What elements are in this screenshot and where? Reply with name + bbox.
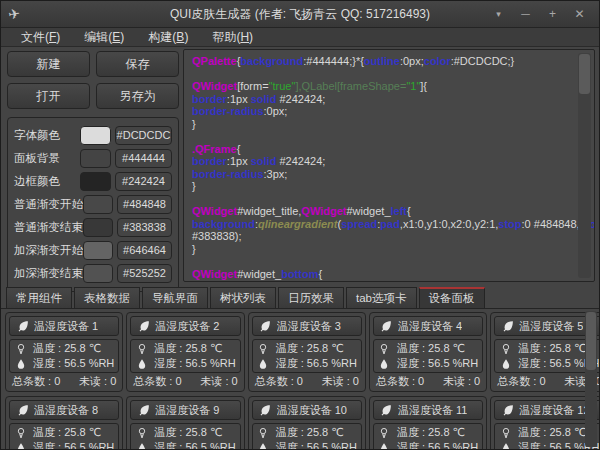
device-card: 温湿度设备 2温度 : 25.8 ℃湿度 : 56.5 %RH总条数 : 0未读… xyxy=(126,312,244,392)
device-card-header[interactable]: 温湿度设备 12 xyxy=(494,400,599,420)
humidity-text: 湿度 : 56.5 %RH xyxy=(154,356,235,371)
tab-bar: 常用组件表格数据导航界面树状列表日历效果tab选项卡设备面板 xyxy=(6,287,485,308)
device-card-header[interactable]: 温湿度设备 8 xyxy=(9,400,119,420)
tab-导航界面[interactable]: 导航界面 xyxy=(142,287,208,308)
device-card-header[interactable]: 温湿度设备 9 xyxy=(130,400,240,420)
code-line: QPalette{background:#444444;}*{outline:0… xyxy=(192,55,574,68)
humidity-text: 湿度 : 56.5 %RH xyxy=(154,440,235,449)
leaf-icon xyxy=(501,404,514,417)
code-token: border xyxy=(192,93,227,105)
close-icon[interactable]: ✕ xyxy=(566,3,593,25)
tab-表格数据[interactable]: 表格数据 xyxy=(74,287,140,308)
tab-设备面板[interactable]: 设备面板 xyxy=(419,287,485,308)
humidity-text: 湿度 : 56.5 %RH xyxy=(33,440,114,449)
toolbar: 新建 保存 打开 另存为 xyxy=(7,51,179,109)
color-swatch-button[interactable] xyxy=(83,264,113,283)
color-hex-field[interactable]: #383838 xyxy=(117,218,172,237)
total-count-text: 总条数 : 0 xyxy=(255,374,303,389)
temperature-text: 温度 : 25.8 ℃ xyxy=(397,425,465,440)
device-title: 温湿度设备 3 xyxy=(277,319,341,334)
sensor-box: 温度 : 25.8 ℃湿度 : 56.5 %RH xyxy=(130,423,240,449)
code-token: #242424; xyxy=(276,93,325,105)
menu-item-b[interactable]: 构建(B) xyxy=(136,28,200,47)
device-card: 温湿度设备 5温度 : 25.8 ℃湿度 : 56.5 %RH总条数 : 0未读… xyxy=(490,312,599,392)
water-drop-icon xyxy=(257,357,270,370)
color-swatch-button[interactable] xyxy=(80,126,111,145)
device-scrollbar[interactable] xyxy=(585,311,597,447)
code-token: :#DCDCDC;} xyxy=(451,55,515,67)
temperature-row: 温度 : 25.8 ℃ xyxy=(257,341,357,356)
color-swatch-button[interactable] xyxy=(83,195,113,214)
temperature-text: 温度 : 25.8 ℃ xyxy=(33,341,101,356)
device-title: 温湿度设备 8 xyxy=(34,403,98,418)
color-swatch-button[interactable] xyxy=(80,172,111,191)
sensor-box: 温度 : 25.8 ℃湿度 : 56.5 %RH xyxy=(9,423,119,449)
color-hex-field[interactable]: #646464 xyxy=(117,241,172,260)
menu-item-h[interactable]: 帮助(H) xyxy=(200,28,265,47)
color-swatch-button[interactable] xyxy=(83,218,113,237)
device-card-header[interactable]: 温湿度设备 5 xyxy=(494,316,599,336)
code-token: :1px xyxy=(227,155,251,167)
code-token: ]{ xyxy=(420,80,427,92)
title-bar: ✈ QUI皮肤生成器 (作者: 飞扬青云 QQ: 517216493) ▾ ─ … xyxy=(1,1,599,28)
leaf-icon xyxy=(259,404,272,417)
temperature-row: 温度 : 25.8 ℃ xyxy=(135,341,235,356)
humidity-row: 湿度 : 56.5 %RH xyxy=(378,440,478,449)
code-token: :0px; xyxy=(264,105,288,117)
device-card-header[interactable]: 温湿度设备 3 xyxy=(252,316,362,336)
code-token: "true" xyxy=(269,80,296,92)
color-hex-field[interactable]: #444444 xyxy=(115,149,172,168)
save-button[interactable]: 保存 xyxy=(96,51,179,77)
saveas-button[interactable]: 另存为 xyxy=(96,83,179,109)
bulb-icon xyxy=(378,342,391,355)
color-setting-label: 加深渐变结束 xyxy=(14,266,83,281)
code-token: background xyxy=(192,218,255,230)
new-button[interactable]: 新建 xyxy=(7,51,90,77)
color-hex-field[interactable]: #484848 xyxy=(117,195,172,214)
app-window: ✈ QUI皮肤生成器 (作者: 飞扬青云 QQ: 517216493) ▾ ─ … xyxy=(0,0,600,450)
bulb-icon xyxy=(14,342,27,355)
tab-树状列表[interactable]: 树状列表 xyxy=(210,287,276,308)
humidity-row: 湿度 : 56.5 %RH xyxy=(378,356,478,371)
code-token: solid xyxy=(251,155,277,167)
maximize-icon[interactable]: + xyxy=(539,3,566,25)
code-line: QWidget[form="true"],QLabel[frameShape="… xyxy=(192,80,574,93)
color-setting-row: 字体颜色#DCDCDC xyxy=(14,125,172,146)
bulb-icon xyxy=(135,426,148,439)
sensor-box: 温度 : 25.8 ℃湿度 : 56.5 %RH xyxy=(373,339,483,373)
menu-dropdown-icon[interactable]: ▾ xyxy=(485,3,512,25)
color-hex-field[interactable]: #DCDCDC xyxy=(115,126,172,145)
color-hex-field[interactable]: #525252 xyxy=(117,264,172,283)
qss-code-editor[interactable]: QPalette{background:#444444;}*{outline:0… xyxy=(183,49,595,282)
device-card-header[interactable]: 温湿度设备 10 xyxy=(252,400,362,420)
tab-日历效果[interactable]: 日历效果 xyxy=(278,287,344,308)
color-swatch-button[interactable] xyxy=(80,149,111,168)
open-button[interactable]: 打开 xyxy=(7,83,90,109)
water-drop-icon xyxy=(14,441,27,449)
editor-scrollbar[interactable] xyxy=(578,53,591,278)
editor-scrollbar-thumb[interactable] xyxy=(579,54,590,94)
water-drop-icon xyxy=(378,441,391,449)
bulb-icon xyxy=(257,342,270,355)
device-footer: 总条数 : 0未读 : 0 xyxy=(130,373,240,389)
color-setting-row: 普通渐变开始#484848 xyxy=(14,194,172,215)
device-scrollbar-thumb[interactable] xyxy=(586,312,596,370)
menu-item-e[interactable]: 编辑(E) xyxy=(72,28,136,47)
minimize-icon[interactable]: ─ xyxy=(512,3,539,25)
temperature-row: 温度 : 25.8 ℃ xyxy=(135,425,235,440)
water-drop-icon xyxy=(499,441,512,449)
color-setting-label: 面板背景 xyxy=(14,151,80,166)
leaf-icon xyxy=(501,320,514,333)
device-card-header[interactable]: 温湿度设备 1 xyxy=(9,316,119,336)
color-hex-field[interactable]: #242424 xyxy=(115,172,172,191)
device-card-header[interactable]: 温湿度设备 11 xyxy=(373,400,483,420)
color-swatch-button[interactable] xyxy=(83,241,113,260)
tab-常用组件[interactable]: 常用组件 xyxy=(6,287,72,308)
tab-tab选项卡[interactable]: tab选项卡 xyxy=(346,287,417,308)
menu-item-f[interactable]: 文件(F) xyxy=(9,28,72,47)
code-line: QWidget#widget_bottom{ xyxy=(192,268,574,281)
device-card-header[interactable]: 温湿度设备 4 xyxy=(373,316,483,336)
temperature-row: 温度 : 25.8 ℃ xyxy=(14,425,114,440)
humidity-text: 湿度 : 56.5 %RH xyxy=(397,356,478,371)
device-card-header[interactable]: 温湿度设备 2 xyxy=(130,316,240,336)
